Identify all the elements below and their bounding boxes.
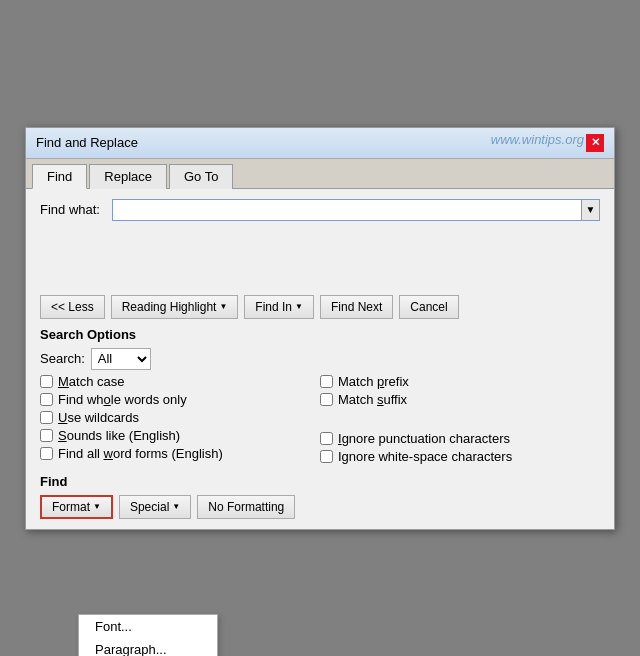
format-button[interactable]: Format bbox=[40, 495, 113, 519]
wildcards-label: Use wildcards bbox=[58, 410, 139, 425]
reading-highlight-button[interactable]: Reading Highlight bbox=[111, 295, 239, 319]
dropdown-font[interactable]: Font... bbox=[79, 615, 217, 638]
find-in-button[interactable]: Find In bbox=[244, 295, 314, 319]
find-what-dropdown[interactable]: ▼ bbox=[582, 199, 600, 221]
ignore-punct-row: Ignore punctuation characters bbox=[320, 431, 600, 446]
find-what-label: Find what: bbox=[40, 202, 112, 217]
wildcards-checkbox[interactable] bbox=[40, 411, 53, 424]
ignore-punct-checkbox[interactable] bbox=[320, 432, 333, 445]
title-bar: Find and Replace www.wintips.org ✕ bbox=[26, 128, 614, 159]
find-what-input[interactable] bbox=[112, 199, 582, 221]
sounds-like-row: Sounds like (English) bbox=[40, 428, 320, 443]
dialog-content: Find what: ▼ << Less Reading Highlight F… bbox=[26, 189, 614, 529]
ignore-whitespace-checkbox[interactable] bbox=[320, 450, 333, 463]
dropdown-paragraph[interactable]: Paragraph... bbox=[79, 638, 217, 657]
cancel-button[interactable]: Cancel bbox=[399, 295, 458, 319]
whole-words-label: Find whole words only bbox=[58, 392, 187, 407]
watermark: www.wintips.org bbox=[491, 132, 584, 147]
close-button[interactable]: ✕ bbox=[586, 134, 604, 152]
tab-find[interactable]: Find bbox=[32, 164, 87, 189]
options-grid: Match case Find whole words only Use wil… bbox=[40, 374, 600, 464]
tab-goto[interactable]: Go To bbox=[169, 164, 233, 189]
search-row: Search: All Down Up bbox=[40, 348, 600, 370]
sounds-like-label: Sounds like (English) bbox=[58, 428, 180, 443]
search-options-label: Search Options bbox=[40, 327, 600, 342]
no-formatting-button[interactable]: No Formatting bbox=[197, 495, 295, 519]
match-case-row: Match case bbox=[40, 374, 320, 389]
word-forms-checkbox[interactable] bbox=[40, 447, 53, 460]
button-row: << Less Reading Highlight Find In Find N… bbox=[40, 295, 600, 319]
whole-words-row: Find whole words only bbox=[40, 392, 320, 407]
match-prefix-label: Match prefix bbox=[338, 374, 409, 389]
options-right-col: Match prefix Match suffix Ignore punctua… bbox=[320, 374, 600, 464]
word-forms-row: Find all word forms (English) bbox=[40, 446, 320, 461]
wildcards-row: Use wildcards bbox=[40, 410, 320, 425]
options-left-col: Match case Find whole words only Use wil… bbox=[40, 374, 320, 464]
blank-row bbox=[320, 410, 600, 428]
word-forms-label: Find all word forms (English) bbox=[58, 446, 223, 461]
sounds-like-checkbox[interactable] bbox=[40, 429, 53, 442]
tab-replace[interactable]: Replace bbox=[89, 164, 167, 189]
match-case-checkbox[interactable] bbox=[40, 375, 53, 388]
less-button[interactable]: << Less bbox=[40, 295, 105, 319]
ignore-punct-label: Ignore punctuation characters bbox=[338, 431, 510, 446]
ignore-whitespace-label: Ignore white-space characters bbox=[338, 449, 512, 464]
match-suffix-row: Match suffix bbox=[320, 392, 600, 407]
match-suffix-label: Match suffix bbox=[338, 392, 407, 407]
match-case-label: Match case bbox=[58, 374, 125, 389]
dialog-title: Find and Replace bbox=[36, 135, 138, 150]
find-section-label: Find bbox=[40, 474, 600, 489]
format-row: Format Special No Formatting bbox=[40, 495, 600, 519]
find-replace-dialog: Find and Replace www.wintips.org ✕ Find … bbox=[25, 127, 615, 530]
match-suffix-checkbox[interactable] bbox=[320, 393, 333, 406]
find-what-row: Find what: ▼ bbox=[40, 199, 600, 221]
ignore-whitespace-row: Ignore white-space characters bbox=[320, 449, 600, 464]
match-prefix-row: Match prefix bbox=[320, 374, 600, 389]
match-prefix-checkbox[interactable] bbox=[320, 375, 333, 388]
search-label: Search: bbox=[40, 351, 85, 366]
find-next-button[interactable]: Find Next bbox=[320, 295, 393, 319]
tab-bar: Find Replace Go To bbox=[26, 159, 614, 189]
special-button[interactable]: Special bbox=[119, 495, 191, 519]
whole-words-checkbox[interactable] bbox=[40, 393, 53, 406]
format-dropdown-menu: Font... Paragraph... Tabs... Language...… bbox=[78, 614, 218, 657]
find-input-wrapper: ▼ bbox=[112, 199, 600, 221]
search-select[interactable]: All Down Up bbox=[91, 348, 151, 370]
